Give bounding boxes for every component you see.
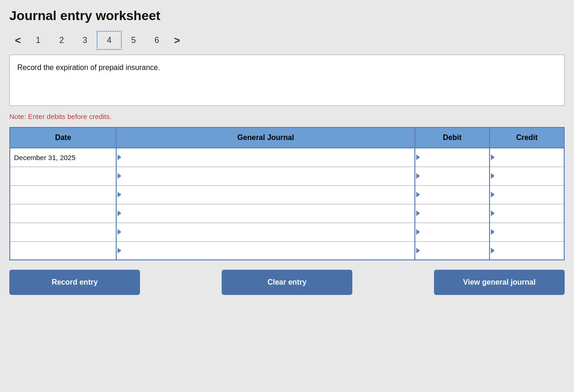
view-general-journal-button[interactable]: View general journal [434, 270, 565, 295]
debit-input-5[interactable] [419, 246, 485, 254]
record-entry-button[interactable]: Record entry [9, 270, 140, 295]
credit-input-0[interactable] [494, 154, 560, 161]
triangle-marker [118, 154, 121, 160]
triangle-marker [118, 192, 121, 197]
credit-input-2[interactable] [494, 191, 560, 199]
tab-1[interactable]: 1 [27, 32, 50, 49]
date-cell-0: December 31, 2025 [10, 148, 116, 167]
note-text: Note: Enter debits before credits. [9, 112, 565, 120]
debit-input-1[interactable] [419, 172, 485, 180]
credit-cell-2[interactable] [490, 185, 564, 204]
debit-input-4[interactable] [419, 228, 485, 236]
instruction-text: Record the expiration of prepaid insuran… [17, 63, 160, 71]
tab-4[interactable]: 4 [97, 31, 122, 50]
tab-6[interactable]: 6 [145, 32, 168, 49]
credit-cell-4[interactable] [490, 223, 564, 241]
journal-table: Date General Journal Debit Credit Decemb… [9, 127, 565, 260]
credit-cell-5[interactable] [490, 241, 564, 260]
gj-cell-2[interactable] [116, 185, 415, 204]
gj-input-3[interactable] [120, 210, 411, 217]
tab-navigation: < 1 2 3 4 5 6 > [9, 31, 565, 50]
table-row [10, 223, 564, 241]
clear-entry-button[interactable]: Clear entry [222, 270, 352, 295]
col-header-date: Date [10, 127, 116, 148]
credit-cell-3[interactable] [490, 204, 564, 223]
gj-cell-4[interactable] [116, 223, 415, 241]
table-row [10, 185, 564, 204]
gj-cell-3[interactable] [116, 204, 415, 223]
triangle-marker [491, 229, 495, 235]
date-cell-3 [10, 204, 116, 223]
date-cell-4 [10, 223, 116, 241]
credit-input-5[interactable] [494, 246, 560, 254]
triangle-marker [491, 192, 495, 197]
page-title: Journal entry worksheet [9, 8, 565, 23]
triangle-marker [491, 248, 495, 253]
credit-input-1[interactable] [494, 172, 560, 180]
gj-input-1[interactable] [120, 172, 411, 180]
gj-input-0[interactable] [120, 154, 411, 161]
date-cell-1 [10, 167, 116, 185]
debit-input-3[interactable] [419, 210, 485, 217]
table-row: December 31, 2025 [10, 148, 564, 167]
triangle-marker [118, 173, 121, 179]
prev-arrow[interactable]: < [9, 32, 27, 49]
triangle-marker [416, 192, 420, 197]
table-row [10, 167, 564, 185]
debit-input-0[interactable] [419, 154, 485, 161]
gj-cell-0[interactable] [116, 148, 415, 167]
date-cell-5 [10, 241, 116, 260]
tab-2[interactable]: 2 [50, 32, 73, 49]
gj-cell-1[interactable] [116, 167, 415, 185]
triangle-marker [491, 154, 495, 160]
gj-cell-5[interactable] [116, 241, 415, 260]
col-header-gj: General Journal [116, 127, 415, 148]
debit-cell-0[interactable] [415, 148, 490, 167]
credit-cell-0[interactable] [490, 148, 564, 167]
debit-cell-3[interactable] [415, 204, 490, 223]
tab-3[interactable]: 3 [73, 32, 97, 49]
triangle-marker [118, 210, 121, 216]
gj-input-4[interactable] [120, 228, 411, 236]
tab-5[interactable]: 5 [122, 32, 145, 49]
debit-cell-1[interactable] [415, 167, 490, 185]
credit-input-4[interactable] [494, 228, 560, 236]
triangle-marker [118, 248, 121, 253]
instruction-box: Record the expiration of prepaid insuran… [9, 55, 565, 106]
col-header-credit: Credit [490, 127, 564, 148]
triangle-marker [416, 248, 420, 253]
triangle-marker [416, 229, 420, 235]
triangle-marker [491, 210, 495, 216]
table-row [10, 204, 564, 223]
triangle-marker [118, 229, 121, 235]
debit-cell-2[interactable] [415, 185, 490, 204]
debit-cell-4[interactable] [415, 223, 490, 241]
credit-cell-1[interactable] [490, 167, 564, 185]
triangle-marker [491, 173, 495, 179]
gj-input-5[interactable] [120, 246, 411, 254]
credit-input-3[interactable] [494, 210, 560, 217]
triangle-marker [416, 210, 420, 216]
triangle-marker [416, 154, 420, 160]
debit-cell-5[interactable] [415, 241, 490, 260]
debit-input-2[interactable] [419, 191, 485, 199]
table-row [10, 241, 564, 260]
date-value-0: December 31, 2025 [14, 154, 76, 161]
gj-input-2[interactable] [120, 191, 411, 199]
col-header-debit: Debit [415, 127, 490, 148]
next-arrow[interactable]: > [168, 32, 186, 49]
buttons-row: Record entry Clear entry View general jo… [9, 270, 565, 295]
date-cell-2 [10, 185, 116, 204]
triangle-marker [416, 173, 420, 179]
